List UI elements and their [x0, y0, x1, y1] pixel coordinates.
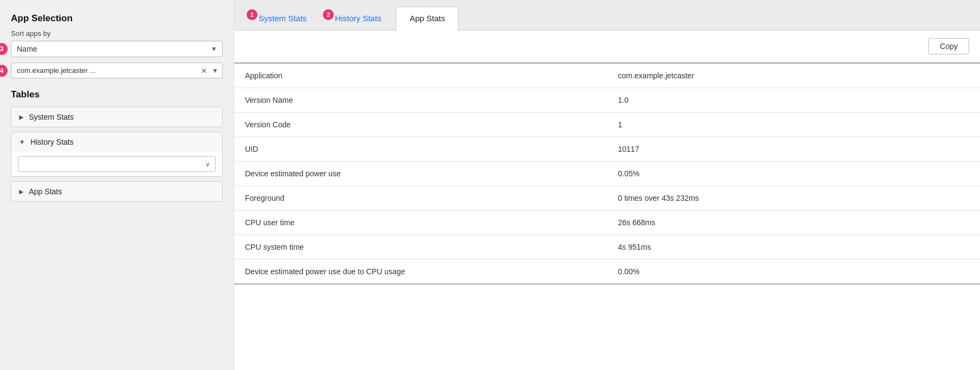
stat-value: 26s 668ms [607, 211, 980, 235]
table-row: CPU user time26s 668ms [234, 211, 980, 235]
stat-key: CPU system time [234, 235, 607, 260]
stat-value: 0.00% [607, 260, 980, 285]
stat-key: Device estimated power use [234, 162, 607, 186]
tab-history-stats[interactable]: 2 History Stats [321, 7, 395, 30]
table-row: Device estimated power use0.05% [234, 162, 980, 186]
tab-system-stats-label: System Stats [259, 14, 307, 23]
tab-app-stats[interactable]: App Stats [396, 7, 458, 30]
stats-table: Applicationcom.example.jetcasterVersion … [234, 63, 980, 285]
table-section-system-stats: ▶ System Stats [11, 107, 223, 127]
table-section-app-stats: ▶ App Stats [11, 181, 223, 202]
stat-value: 10117 [607, 137, 980, 162]
stat-value: 0.05% [607, 162, 980, 186]
app-stats-label: App Stats [29, 187, 62, 196]
stat-key: Version Name [234, 88, 607, 113]
tab-badge-2: 2 [323, 9, 334, 20]
sidebar-title: App Selection [11, 13, 223, 24]
stat-key: CPU user time [234, 211, 607, 235]
stat-key: Foreground [234, 186, 607, 211]
sort-select[interactable]: Name Package UID [11, 41, 223, 57]
table-section-history-stats-header[interactable]: ▼ History Stats [11, 132, 222, 152]
history-stats-body: ∨ [11, 152, 222, 176]
stat-value: 0 times over 43s 232ms [607, 186, 980, 211]
stat-value: 1 [607, 113, 980, 137]
stat-key: Application [234, 63, 607, 88]
app-select-input[interactable] [11, 63, 223, 78]
stat-value: 1.0 [607, 88, 980, 113]
tab-history-stats-label: History Stats [335, 14, 381, 23]
tables-title: Tables [11, 89, 223, 100]
table-row: Version Code1 [234, 113, 980, 137]
table-row: Device estimated power use due to CPU us… [234, 260, 980, 285]
system-stats-arrow-icon: ▶ [19, 114, 23, 121]
table-row: Foreground0 times over 43s 232ms [234, 186, 980, 211]
stat-key: UID [234, 137, 607, 162]
tab-bar: 1 System Stats 2 History Stats App Stats [234, 0, 980, 30]
badge-3: 3 [0, 43, 8, 55]
tab-app-stats-label: App Stats [409, 14, 445, 23]
sort-select-wrapper: 3 Name Package UID ▼ [11, 41, 223, 57]
sidebar: App Selection Sort apps by 3 Name Packag… [0, 0, 234, 370]
history-stats-label: History Stats [30, 138, 74, 146]
history-dropdown[interactable] [18, 156, 216, 172]
sort-label: Sort apps by [11, 29, 223, 38]
stat-value: com.example.jetcaster [607, 63, 980, 88]
content-area: Copy Applicationcom.example.jetcasterVer… [234, 30, 980, 370]
table-row: CPU system time4s 951ms [234, 235, 980, 260]
table-section-app-stats-header[interactable]: ▶ App Stats [11, 182, 222, 201]
app-select-wrapper: 4 ✕ ▼ [11, 63, 223, 78]
table-section-system-stats-header[interactable]: ▶ System Stats [11, 107, 222, 127]
table-section-history-stats: ▼ History Stats ∨ [11, 132, 223, 177]
copy-button[interactable]: Copy [928, 38, 969, 54]
stat-key: Version Code [234, 113, 607, 137]
badge-4: 4 [0, 65, 8, 77]
table-row: Version Name1.0 [234, 88, 980, 113]
app-stats-arrow-icon: ▶ [19, 188, 23, 195]
main-content: 1 System Stats 2 History Stats App Stats… [234, 0, 980, 370]
table-row: Applicationcom.example.jetcaster [234, 63, 980, 88]
stat-key: Device estimated power use due to CPU us… [234, 260, 607, 285]
app-select-clear-icon[interactable]: ✕ [201, 67, 207, 75]
content-toolbar: Copy [234, 30, 980, 63]
system-stats-label: System Stats [29, 113, 74, 121]
history-dropdown-wrapper: ∨ [18, 156, 216, 172]
tab-system-stats[interactable]: 1 System Stats [245, 7, 320, 30]
tab-badge-1: 1 [247, 9, 258, 20]
table-row: UID10117 [234, 137, 980, 162]
history-stats-arrow-icon: ▼ [19, 139, 25, 145]
stat-value: 4s 951ms [607, 235, 980, 260]
